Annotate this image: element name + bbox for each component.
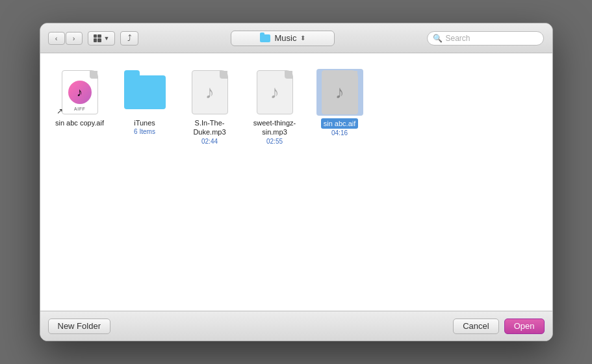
music-note-icon: ♪ <box>270 82 279 103</box>
file-meta: 6 Items <box>134 128 155 135</box>
file-icon-wrap: ♪ <box>316 69 363 116</box>
mp3-file-icon: ♪ <box>322 70 358 114</box>
file-name: sweet-thingz-sin.mp3 <box>248 118 302 137</box>
file-name: sin abc copy.aif <box>55 118 104 127</box>
mp3-file-icon: ♪ <box>192 70 228 114</box>
action-button[interactable]: ⤴ <box>120 31 138 46</box>
bottom-bar: New Folder Cancel Open <box>40 311 552 341</box>
file-open-dialog: ‹ › ▼ ⤴ Music ⬍ 🔍 Search <box>40 23 553 341</box>
music-note-icon: ♪ <box>205 82 214 103</box>
file-meta: 02:55 <box>266 138 283 145</box>
file-icon-wrap: ♪ <box>187 69 233 116</box>
toolbar: ‹ › ▼ ⤴ Music ⬍ 🔍 Search <box>40 23 552 53</box>
aiff-inner-icon: ♪ <box>68 81 92 104</box>
search-icon: 🔍 <box>433 34 443 43</box>
list-item[interactable]: ♪ AIFF ↗ sin abc copy.aif <box>51 66 109 130</box>
list-item[interactable]: ♪ S.In-The-Duke.mp3 02:44 <box>181 66 239 148</box>
search-placeholder: Search <box>445 34 470 43</box>
view-toggle-button[interactable]: ▼ <box>88 31 116 46</box>
location-label: Music <box>274 33 296 43</box>
file-name: iTunes <box>134 118 155 127</box>
file-meta: 02:44 <box>201 138 218 145</box>
file-icon-wrap <box>122 69 168 116</box>
chevron-down-icon: ▼ <box>104 35 110 42</box>
file-meta: 04:16 <box>331 129 348 136</box>
file-name: sin abc.aif <box>321 118 359 129</box>
folder-icon <box>124 75 166 109</box>
new-folder-button[interactable]: New Folder <box>48 318 110 334</box>
open-button[interactable]: Open <box>504 318 545 334</box>
list-item[interactable]: ♪ sin abc.aif 04:16 <box>311 66 369 139</box>
back-button[interactable]: ‹ <box>48 32 65 45</box>
file-icon-wrap: ♪ <box>251 69 298 116</box>
list-item[interactable]: iTunes 6 Items <box>116 66 174 138</box>
forward-button[interactable]: › <box>66 32 83 45</box>
alias-arrow-icon: ↗ <box>57 107 63 116</box>
list-item[interactable]: ♪ sweet-thingz-sin.mp3 02:55 <box>246 66 304 148</box>
location-folder-icon <box>260 34 270 42</box>
file-grid: ♪ AIFF ↗ sin abc copy.aif iTunes 6 Items <box>51 66 542 148</box>
aiff-type-label: AIFF <box>74 107 86 111</box>
search-box[interactable]: 🔍 Search <box>427 31 544 46</box>
file-icon-wrap: ♪ AIFF ↗ <box>57 69 103 116</box>
grid-view-icon <box>94 34 101 42</box>
chevron-updown-icon: ⬍ <box>300 34 305 42</box>
location-dropdown[interactable]: Music ⬍ <box>231 31 335 46</box>
cancel-button[interactable]: Cancel <box>453 318 498 334</box>
file-area: ♪ AIFF ↗ sin abc copy.aif iTunes 6 Items <box>40 53 552 311</box>
folder-new-icon: ⤴ <box>127 33 132 43</box>
aiff-file-icon: ♪ AIFF <box>62 70 98 114</box>
music-note-icon: ♪ <box>335 82 344 103</box>
file-name: S.In-The-Duke.mp3 <box>183 118 237 137</box>
nav-group: ‹ › <box>48 32 83 45</box>
action-buttons: Cancel Open <box>453 318 544 334</box>
mp3-file-icon: ♪ <box>257 70 293 114</box>
